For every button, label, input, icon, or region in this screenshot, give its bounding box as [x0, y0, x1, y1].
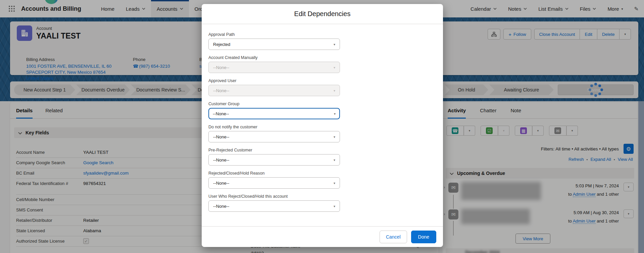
select-value: --None--	[213, 157, 229, 163]
do-not-notify-select[interactable]: --None-- ▾	[208, 131, 340, 142]
select-value: --None--	[213, 65, 229, 70]
field-label: User Who Reject/Closed/Hold this account	[208, 194, 340, 199]
field-label: Pre-Rejected Customer	[208, 148, 340, 152]
caret-down-icon: ▾	[334, 66, 335, 69]
select-value: --None--	[213, 134, 229, 139]
field-do-not-notify: Do not notify the customer --None-- ▾	[208, 125, 340, 142]
approval-path-select[interactable]: Rejected ▾	[208, 39, 340, 50]
user-who-reject-select[interactable]: --None-- ▾	[208, 200, 340, 212]
rejected-closed-hold-reason-select[interactable]: --None-- ▾	[208, 177, 340, 189]
account-created-manually-select: --None-- ▾	[208, 62, 340, 73]
field-label: Customer Group	[208, 102, 340, 106]
field-label: Rejected/Closed/Hold Reason	[208, 171, 340, 176]
modal-footer: Cancel Done	[202, 226, 443, 247]
field-label: Approved User	[208, 78, 340, 83]
select-value: --None--	[213, 88, 229, 93]
field-label: Approval Path	[208, 32, 340, 37]
field-user-who-reject-closed-hold: User Who Reject/Closed/Hold this account…	[208, 194, 340, 212]
field-account-created-manually: Account Created Manually --None-- ▾	[208, 55, 340, 73]
modal-body: Approval Path Rejected ▾ Account Created…	[202, 24, 443, 226]
field-rejected-closed-hold-reason: Rejected/Closed/Hold Reason --None-- ▾	[208, 171, 340, 189]
modal-header: Edit Dependencies	[202, 4, 443, 24]
field-approval-path: Approval Path Rejected ▾	[208, 32, 340, 50]
field-label: Account Created Manually	[208, 55, 340, 60]
caret-down-icon: ▾	[334, 181, 335, 185]
modal-title: Edit Dependencies	[294, 10, 351, 18]
field-approved-user: Approved User --None-- ▾	[208, 78, 340, 96]
cancel-button[interactable]: Cancel	[380, 231, 407, 243]
field-pre-rejected-customer: Pre-Rejected Customer --None-- ▾	[208, 148, 340, 166]
caret-down-icon: ▾	[334, 89, 335, 92]
select-value: --None--	[213, 181, 229, 186]
select-value: --None--	[213, 204, 229, 209]
caret-down-icon: ▾	[334, 43, 335, 46]
select-value: --None--	[213, 111, 229, 116]
customer-group-select[interactable]: --None-- ▾	[208, 108, 340, 119]
caret-down-icon: ▾	[334, 204, 335, 208]
done-button[interactable]: Done	[411, 231, 436, 243]
edit-dependencies-modal: Edit Dependencies Approval Path Rejected…	[202, 4, 443, 247]
pre-rejected-customer-select[interactable]: --None-- ▾	[208, 154, 340, 166]
caret-down-icon: ▾	[334, 158, 335, 162]
field-label: Do not notify the customer	[208, 125, 340, 129]
field-customer-group: Customer Group --None-- ▾	[208, 102, 340, 119]
approved-user-select: --None-- ▾	[208, 85, 340, 96]
caret-down-icon: ▾	[334, 135, 335, 139]
select-value: Rejected	[213, 42, 230, 47]
caret-down-icon: ▾	[334, 112, 336, 116]
